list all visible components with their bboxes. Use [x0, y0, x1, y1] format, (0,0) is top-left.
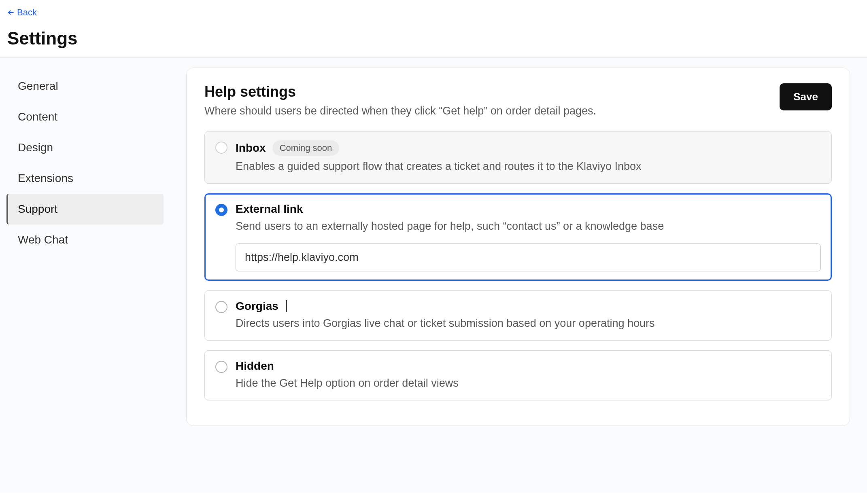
- sidebar-item-general[interactable]: General: [6, 71, 164, 102]
- card-subtitle: Where should users be directed when they…: [204, 104, 596, 119]
- arrow-left-icon: [7, 9, 15, 16]
- card-head: Help settings Where should users be dire…: [204, 83, 832, 119]
- option-title: Hidden: [236, 360, 274, 373]
- back-link[interactable]: Back: [7, 7, 37, 18]
- sidebar-item-label: Support: [18, 203, 57, 215]
- sidebar-item-extensions[interactable]: Extensions: [6, 163, 164, 194]
- radio-gorgias[interactable]: [215, 301, 227, 313]
- sidebar-item-web-chat[interactable]: Web Chat: [6, 224, 164, 255]
- option-body: External link Send users to an externall…: [236, 203, 821, 272]
- sidebar-item-label: Web Chat: [18, 233, 68, 246]
- option-title: External link: [236, 203, 303, 216]
- sidebar-item-label: Design: [18, 141, 53, 154]
- option-title-text: Gorgias: [236, 300, 278, 313]
- sidebar-item-label: General: [18, 80, 58, 92]
- content-area: Help settings Where should users be dire…: [170, 58, 867, 493]
- text-caret: [286, 300, 287, 312]
- back-link-label: Back: [17, 7, 37, 18]
- layout: General Content Design Extensions Suppor…: [0, 58, 867, 493]
- option-title-text: External link: [236, 203, 303, 216]
- radio-inbox: [215, 142, 227, 154]
- option-desc: Enables a guided support flow that creat…: [236, 159, 821, 174]
- option-inbox: Inbox Coming soon Enables a guided suppo…: [204, 131, 832, 184]
- option-gorgias[interactable]: Gorgias Directs users into Gorgias live …: [204, 290, 832, 341]
- sidebar: General Content Design Extensions Suppor…: [0, 58, 170, 493]
- settings-card: Help settings Where should users be dire…: [186, 68, 850, 426]
- option-body: Inbox Coming soon Enables a guided suppo…: [236, 140, 821, 174]
- option-desc: Hide the Get Help option on order detail…: [236, 376, 821, 391]
- option-title: Inbox Coming soon: [236, 140, 339, 156]
- radio-external-link[interactable]: [215, 204, 227, 216]
- sidebar-item-design[interactable]: Design: [6, 132, 164, 163]
- radio-hidden[interactable]: [215, 361, 227, 373]
- page-header: Back Settings: [0, 0, 867, 58]
- sidebar-item-label: Extensions: [18, 172, 73, 184]
- option-body: Hidden Hide the Get Help option on order…: [236, 360, 821, 391]
- sidebar-item-label: Content: [18, 110, 57, 123]
- page-title: Settings: [7, 28, 860, 49]
- option-title-text: Hidden: [236, 360, 274, 373]
- sidebar-item-content[interactable]: Content: [6, 102, 164, 132]
- option-external-link[interactable]: External link Send users to an externall…: [204, 193, 832, 281]
- card-title: Help settings: [204, 83, 596, 100]
- option-hidden[interactable]: Hidden Hide the Get Help option on order…: [204, 350, 832, 400]
- coming-soon-badge: Coming soon: [272, 140, 340, 156]
- external-url-input[interactable]: [236, 244, 821, 271]
- card-head-text: Help settings Where should users be dire…: [204, 83, 596, 119]
- sidebar-item-support[interactable]: Support: [6, 194, 164, 224]
- option-title: Gorgias: [236, 300, 287, 313]
- option-desc: Directs users into Gorgias live chat or …: [236, 316, 821, 331]
- option-title-text: Inbox: [236, 142, 266, 155]
- save-button[interactable]: Save: [780, 83, 832, 110]
- option-body: Gorgias Directs users into Gorgias live …: [236, 300, 821, 331]
- option-desc: Send users to an externally hosted page …: [236, 219, 821, 234]
